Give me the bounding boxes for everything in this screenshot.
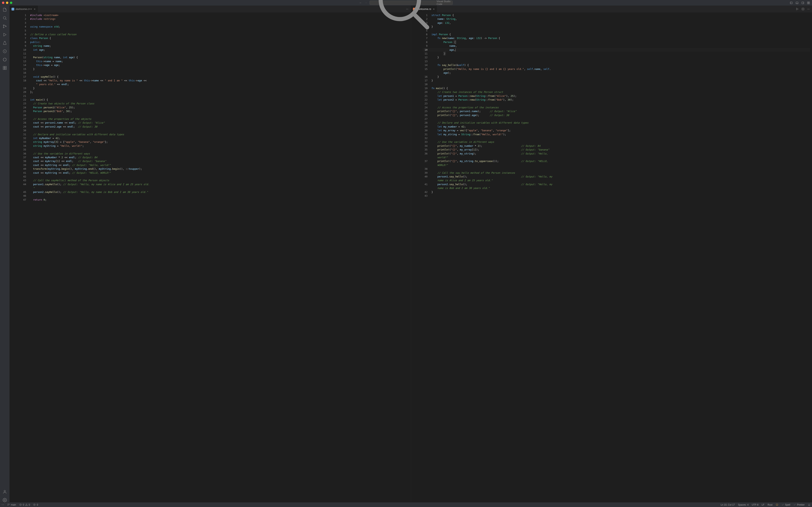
code-line[interactable]: 11 [21,52,409,55]
code-content[interactable]: } [432,75,810,78]
code-line[interactable]: 8 Person { [423,40,810,44]
code-line[interactable]: 22 let person2 = Person::new(String::fro… [423,98,810,102]
code-content[interactable]: // Create two objects of the Person clas… [30,102,409,105]
code-line[interactable]: 36 println!("{}", my_string); // Output:… [423,152,810,156]
code-line[interactable]: 31 // Declare and initialize variables w… [21,132,409,136]
code-line[interactable]: 40 person1.say_hello(); // Output: "Hell… [423,175,810,178]
code-content[interactable]: person1.say_hello(); // Output: "Hello, … [432,175,810,178]
code-content[interactable]: let my_string = String::from("Hello, wor… [432,132,810,136]
code-line[interactable]: " [21,186,409,190]
spell-status[interactable]: Spell [781,503,791,506]
code-content[interactable] [30,113,409,117]
code-line[interactable]: 7class Person { [21,36,409,40]
code-line[interactable]: 25 Person person2("Bob", 30); [21,109,409,113]
code-line[interactable]: 41 person2.say_hello(); // Output: "Hell… [423,182,810,186]
code-line[interactable]: 42 [21,175,409,178]
code-area-left[interactable]: 1#include <iostream>2#include <string>34… [9,12,411,502]
code-line[interactable]: 27 [423,117,810,121]
minimize-window-button[interactable] [6,2,8,4]
status-face-icon[interactable] [776,503,778,506]
code-line[interactable]: 29 cout << person2.age << endl; // Outpu… [21,125,409,128]
git-branch-indicator[interactable]: main [7,503,16,506]
code-content[interactable] [30,94,409,98]
code-content[interactable]: transform(myString.begin(), myString.end… [30,167,409,171]
code-content[interactable]: this->name = name; [30,59,409,63]
eol-status[interactable]: LF [762,503,764,506]
settings-gear-icon[interactable] [0,498,9,502]
code-content[interactable] [432,117,810,121]
code-line[interactable]: 19fn main() { [423,87,810,90]
code-content[interactable]: name, [432,44,810,48]
cursor-position[interactable]: Ln 10, Col 17 [721,503,735,506]
code-line[interactable]: 31 let my_string = String::from("Hello, … [423,132,810,136]
code-line[interactable]: 30 let my_array = vec!["apple", "banana"… [423,128,810,132]
code-line[interactable]: 38 [423,167,810,171]
code-content[interactable]: public: [30,40,409,44]
code-content[interactable]: name is Bob and I am 30 years old." [432,186,810,190]
code-line[interactable]: 15 println!("Hello, my name is {} and I … [423,67,810,71]
customize-layout-icon[interactable] [807,1,810,4]
code-line[interactable]: 39 cout << myString << endl; // Output: … [21,163,409,167]
code-line[interactable]: 18 cout << "Hello, my name is " << this-… [21,78,409,82]
code-content[interactable] [432,29,810,33]
layout-sidebar-right-icon[interactable] [801,1,804,4]
code-content[interactable]: name is Alice and I am 25 years old." [432,178,810,182]
layout-panel-bottom-icon[interactable] [796,1,799,4]
code-content[interactable]: cout << myArray[1] << endl; // Output: "… [30,159,409,163]
code-content[interactable] [30,194,409,198]
code-content[interactable]: int myNumber = 42; [30,136,409,140]
code-content[interactable]: }; [30,90,409,94]
code-content[interactable]: string name; [30,44,409,48]
code-content[interactable]: // Call the say_hello method of the Pers… [432,171,810,175]
code-content[interactable]: // Use the variables in different ways [30,152,409,156]
extensions-icon[interactable] [0,66,9,70]
code-content[interactable] [30,21,409,25]
code-line[interactable]: 9 name, [423,44,810,48]
run-debug-icon[interactable] [0,33,9,37]
code-line[interactable]: 37 println!("{}", my_string.to_uppercase… [423,159,810,163]
run-icon[interactable] [796,7,799,10]
code-content[interactable]: println!("Hello, my name is {} and I am … [432,67,810,71]
code-content[interactable]: struct Person { [432,13,810,17]
code-line[interactable]: 13 this->name = name; [21,59,409,63]
extension-dots-icon[interactable] [0,57,9,62]
code-content[interactable]: Person person1("Alice", 25); [30,106,409,109]
code-content[interactable]: Person(string name, int age) { [30,55,409,59]
code-line[interactable]: " years old." << endl; [21,82,409,86]
code-content[interactable]: println!("{}", person2.age); // Output: … [432,113,810,117]
code-line[interactable]: 7 fn new(name: String, age: i32) -> Pers… [423,36,810,40]
code-line[interactable]: 2 name: String, [423,17,810,21]
layout-sidebar-left-icon[interactable] [790,1,793,4]
code-content[interactable]: let my_number = 42; [432,125,810,128]
testing-icon[interactable] [0,41,9,45]
code-line[interactable]: 8public: [21,40,409,44]
code-line[interactable]: 28 cout << person1.name << endl; // Outp… [21,121,409,125]
code-line[interactable]: 5 [21,29,409,33]
code-content[interactable]: #include <iostream> [30,13,409,17]
code-content[interactable]: person1.sayHello(); // Output: "Hello, m… [30,182,409,186]
code-line[interactable]: 21 [21,94,409,98]
code-content[interactable]: Person person2("Bob", 30); [30,109,409,113]
code-content[interactable]: world!" [432,156,810,159]
code-line[interactable]: 3 age: i32, [423,21,810,25]
code-content[interactable]: cout << myString << endl; // Output: "He… [30,163,409,167]
code-content[interactable]: cout << person1.name << endl; // Output:… [30,121,409,125]
ports-indicator[interactable]: 0 [33,503,38,506]
code-content[interactable]: WORLD!" [432,163,810,167]
code-line[interactable]: 41 cout << myString << endl; // Output: … [21,171,409,175]
code-line[interactable]: 15 } [21,67,409,71]
command-center-search[interactable]: Visual Studio Code [369,1,453,5]
code-line[interactable]: 40 transform(myString.begin(), myString.… [21,167,409,171]
code-line[interactable]: 19 } [21,87,409,90]
code-content[interactable]: } [432,190,810,194]
problems-indicator[interactable]: 0 0 [19,503,30,506]
code-content[interactable]: } [432,25,810,29]
code-content[interactable]: cout << person2.age << endl; // Output: … [30,125,409,128]
code-area-right[interactable]: 1struct Person {2 name: String,3 age: i3… [411,12,812,502]
code-content[interactable]: // Define a class called Person [30,33,409,36]
code-line[interactable]: 30 [21,128,409,132]
code-line[interactable]: 38 cout << myArray[1] << endl; // Output… [21,159,409,163]
code-line[interactable]: 1#include <iostream> [21,13,409,17]
code-content[interactable]: age, [432,48,810,52]
code-content[interactable]: age); [432,71,810,75]
